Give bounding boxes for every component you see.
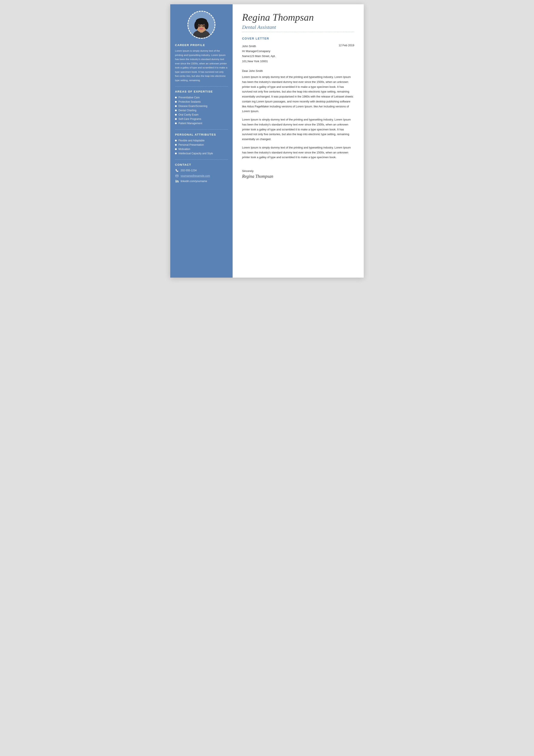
recipient-company: Hr ManagerComapany [242,49,276,54]
svg-point-13 [198,25,200,27]
signature: Regina Thompsan [242,174,354,179]
linkedin-url: linkedin.com/yourname [181,180,207,183]
bullet-icon [175,148,177,150]
cover-letter-title: COVER LETTER [242,37,354,40]
list-item: Disease Exam/Screening [175,104,228,108]
list-item: Intellectual Capacity and Style [175,151,228,156]
list-item: Self-Care Programs [175,117,228,121]
list-item: Flexible and Adaptable [175,138,228,143]
bullet-icon [175,144,177,146]
contact-phone: 202-555-1234 [175,169,228,173]
resume-page: CAREER PROFILE Lorem Ipsum is simply dum… [170,4,364,278]
cover-para-3: Lorem Ipsum is simply dummy text of the … [242,145,354,160]
contact-linkedin: linkedin.com/yourname [175,179,228,183]
recipient-name: John Smith [242,44,276,49]
personal-title: PERSONAL ATTRIBUTES [175,133,228,136]
svg-point-18 [176,180,176,180]
bullet-icon [175,140,177,141]
recipient-block: John Smith Hr ManagerComapany Name123 Ma… [242,44,276,64]
cover-header: John Smith Hr ManagerComapany Name123 Ma… [242,44,354,64]
list-item: Oral Cavity Exam [175,113,228,117]
list-item: Personal Presentation [175,143,228,147]
list-item: Protective Sealants [175,100,228,104]
bullet-icon [175,122,177,124]
sincerely-text: Sincerely [242,169,354,173]
cover-para-2: Lorem Ipsum is simply dummy text of the … [242,117,354,142]
divider-3 [175,159,228,160]
bullet-icon [175,105,177,107]
main-content: Regina Thompsan Dental Assistant COVER L… [233,4,364,278]
list-item: Motivation [175,147,228,151]
cover-date: 12 Feb 2019 [339,44,354,47]
career-profile-title: CAREER PROFILE [175,43,228,47]
svg-rect-17 [176,180,176,182]
areas-title: AREAS OF EXPERTISE [175,90,228,93]
contact-email: yourname@example.com [175,174,228,178]
sidebar: CAREER PROFILE Lorem Ipsum is simply dum… [170,4,233,278]
bullet-icon [175,118,177,120]
list-item: Patient Management [175,121,228,125]
svg-point-14 [203,25,205,27]
email-icon [175,174,179,178]
linkedin-icon [175,179,179,183]
bullet-icon [175,152,177,154]
svg-rect-7 [196,20,207,23]
phone-number: 202-555-1234 [181,169,197,172]
svg-point-15 [200,28,203,30]
candidate-title: Dental Assistant [242,24,354,30]
recipient-address2: 101,New York 10001 [242,59,276,64]
personal-list: Flexible and Adaptable Personal Presenta… [175,138,228,156]
candidate-name: Regina Thompsan [242,12,354,23]
bullet-icon [175,110,177,111]
bullet-icon [175,101,177,103]
divider-1 [175,86,228,87]
list-item: Dental Charting [175,108,228,113]
phone-icon [175,169,179,173]
cover-para-1: Lorem Ipsum is simply dummy text of the … [242,75,354,114]
career-profile-text: Lorem Ipsum is simply dummy text of the … [175,49,228,82]
cover-salutation: Dear John Smith [242,69,354,72]
email-link[interactable]: yourname@example.com [181,174,210,177]
contact-title: CONTACT [175,163,228,166]
list-item: Preventiative Care [175,95,228,100]
recipient-address1: Name123 Main Street, Apt. [242,54,276,59]
avatar-wrap [175,11,228,39]
areas-list: Preventiative Care Protective Sealants D… [175,95,228,125]
bullet-icon [175,114,177,116]
avatar [188,11,216,39]
bullet-icon [175,96,177,98]
